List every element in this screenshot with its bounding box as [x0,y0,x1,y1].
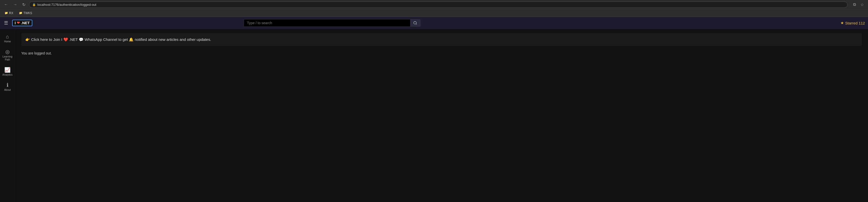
sidebar-item-learning-path[interactable]: ◎ Learning Path [0,46,15,64]
analytics-icon: 📈 [4,67,10,72]
search-icon [413,21,417,25]
starred-icon: ★ [840,21,844,25]
logged-out-message: You are logged out. [21,51,862,55]
bookmark-twks-label: TWKS [24,11,32,15]
logo-net: .NET [20,21,30,25]
logged-out-text: You are logged out. [21,51,52,55]
folder-icon: 📁 [4,11,8,14]
sidebar-item-analytics[interactable]: 📈 Analytics [0,64,15,79]
sidebar-label-analytics: Analytics [2,73,12,76]
bookmark-rx[interactable]: 📁 RX [2,11,16,15]
whatsapp-banner[interactable]: 👉 Click here to Join I ❤️ .NET 💬 WhatsAp… [21,33,862,46]
sidebar-label-about: About [4,89,10,92]
app-container: ☰ I ❤ .NET ★ Starred 112 ⌂ Home [0,17,868,202]
reload-button[interactable]: ↻ [21,1,27,8]
main-area: ⌂ Home ◎ Learning Path 📈 Analytics ℹ Abo… [0,29,868,202]
bookmarks-bar: 📁 RX 📁 TWKS [0,9,868,16]
address-bar[interactable]: 🔒 localhost:7176/authentication/logged-o… [29,1,847,8]
sidebar: ⌂ Home ◎ Learning Path 📈 Analytics ℹ Abo… [0,29,15,202]
search-bar-wrapper [244,19,421,27]
bookmark-star-button[interactable]: ☆ [859,1,866,8]
browser-chrome: ← → ↻ 🔒 localhost:7176/authentication/lo… [0,0,868,17]
top-nav: ☰ I ❤ .NET ★ Starred 112 [0,17,868,29]
browser-top-bar: ← → ↻ 🔒 localhost:7176/authentication/lo… [0,0,868,9]
learning-path-icon: ◎ [5,49,9,54]
hamburger-button[interactable]: ☰ [3,19,9,27]
lock-icon: 🔒 [32,3,36,6]
logo[interactable]: I ❤ .NET [12,20,32,26]
starred-button[interactable]: ★ Starred 112 [840,21,865,25]
svg-point-0 [414,22,416,24]
about-icon: ℹ [6,82,8,88]
home-icon: ⌂ [6,34,9,39]
search-input[interactable] [244,19,410,27]
main-content: 👉 Click here to Join I ❤️ .NET 💬 WhatsAp… [15,29,868,202]
sidebar-item-home[interactable]: ⌂ Home [0,31,15,46]
sidebar-label-home: Home [4,40,11,43]
url-text: localhost:7176/authentication/logged-out [37,3,96,6]
logo-heart: ❤ [17,21,20,25]
starred-label: Starred 112 [845,21,865,25]
restore-button[interactable]: ⧉ [851,1,858,8]
bookmark-rx-label: RX [9,11,13,15]
svg-line-1 [416,24,417,25]
search-button[interactable] [410,19,421,27]
folder-icon: 📁 [19,11,23,14]
bookmark-twks[interactable]: 📁 TWKS [17,11,34,15]
sidebar-item-about[interactable]: ℹ About [0,79,15,95]
banner-text: 👉 Click here to Join I ❤️ .NET 💬 WhatsAp… [25,37,211,42]
sidebar-label-learning-path: Learning Path [1,55,14,61]
browser-action-buttons: ⧉ ☆ [851,1,866,8]
back-button[interactable]: ← [2,1,9,8]
forward-button[interactable]: → [11,1,19,8]
